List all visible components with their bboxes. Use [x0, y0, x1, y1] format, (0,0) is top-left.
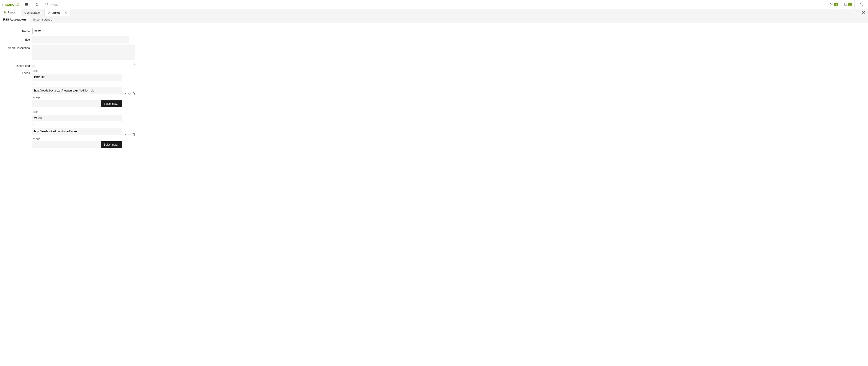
search-section [42, 0, 827, 9]
favorite-button[interactable] [32, 0, 42, 9]
close-tab-button[interactable] [65, 11, 67, 15]
tab-feeds-label: Feeds [8, 11, 16, 14]
help-planet-feed[interactable]: ? [134, 63, 135, 65]
tasks-icon [830, 2, 834, 7]
close-icon [862, 11, 865, 15]
feed-title-label: Title [32, 69, 135, 73]
pencil-icon [48, 11, 51, 15]
tasks-badge: 0 [834, 3, 838, 6]
delete-button[interactable] [132, 92, 135, 96]
label-feeds: Feeds [0, 69, 32, 75]
user-icon [859, 2, 863, 7]
feed-image-input[interactable] [32, 141, 101, 148]
sub-tab-import-settings[interactable]: Import settings [30, 16, 55, 23]
chevron-up-icon [124, 133, 127, 137]
feed-url-input[interactable] [32, 128, 122, 135]
short-description-input[interactable] [32, 45, 135, 60]
feed-url-label: URL [32, 83, 135, 86]
star-icon [35, 2, 39, 7]
tab-editing-news[interactable]: /news [45, 9, 70, 16]
tab-configuration[interactable]: Configuration [21, 9, 45, 16]
sub-tabs: RSS Aggregators Import settings [0, 16, 868, 23]
select-new-button[interactable]: Select new... [101, 101, 122, 107]
planet-feed-checkbox[interactable] [32, 64, 35, 67]
svg-point-6 [4, 13, 4, 13]
feed-item: Title URL Image Select new... [32, 110, 135, 148]
rss-icon [3, 11, 6, 15]
bell-icon [843, 2, 847, 7]
select-new-button[interactable]: Select new... [101, 141, 122, 148]
row-feeds: Feeds Title URL Image Select new... [0, 69, 868, 151]
feed-image-input[interactable] [32, 101, 101, 107]
form-area: Name Title ? Short Description Planet Fe… [0, 23, 868, 160]
tab-configuration-label: Configuration [24, 11, 41, 15]
tab-editing-label: /news [53, 11, 60, 15]
notifications-button[interactable]: 1 [841, 0, 854, 9]
label-short-description: Short Description [0, 45, 32, 50]
close-app-button[interactable] [859, 9, 868, 16]
sub-tab-rss-aggregators-label: RSS Aggregators [3, 18, 27, 21]
sub-tab-rss-aggregators[interactable]: RSS Aggregators [0, 16, 30, 23]
move-up-button[interactable] [124, 92, 127, 96]
apps-grid-icon [25, 3, 28, 6]
trash-icon [132, 92, 135, 96]
feed-title-input[interactable] [32, 115, 122, 121]
feed-url-label: URL [32, 123, 135, 126]
svg-point-5 [861, 3, 862, 4]
sub-tab-import-settings-label: Import settings [33, 18, 52, 21]
feed-title-input[interactable] [32, 74, 122, 81]
header-right: 0 1 [827, 0, 868, 9]
user-button[interactable] [854, 0, 868, 9]
top-header: magnolia• 0 1 [0, 0, 868, 9]
label-planet-feed: Planet Feed [0, 62, 32, 67]
chevron-up-icon [124, 92, 127, 96]
delete-button[interactable] [132, 133, 135, 137]
feed-image-label: Image [32, 137, 135, 140]
search-input[interactable] [51, 2, 119, 7]
apps-button[interactable] [22, 0, 32, 9]
tasks-button[interactable]: 0 [827, 0, 841, 9]
feed-image-label: Image [32, 96, 135, 99]
feed-item: Title URL Image Select new... [32, 69, 135, 107]
row-name: Name [0, 28, 868, 34]
notifications-badge: 1 [848, 3, 852, 6]
feed-controls [124, 133, 135, 137]
label-name: Name [0, 28, 32, 33]
row-planet-feed: Planet Feed ? [0, 62, 868, 67]
chevron-down-icon [128, 133, 131, 137]
label-title: Title [0, 36, 32, 41]
trash-icon [132, 133, 135, 137]
search-icon [45, 2, 49, 7]
name-input[interactable] [32, 28, 135, 34]
tab-feeds[interactable]: Feeds [0, 9, 21, 16]
feed-controls [124, 92, 135, 96]
help-title[interactable]: ? [134, 36, 135, 39]
move-up-button[interactable] [124, 133, 127, 137]
close-icon [65, 11, 67, 15]
move-down-button[interactable] [128, 133, 131, 137]
title-input[interactable] [32, 36, 129, 43]
feed-url-input[interactable] [32, 87, 122, 94]
row-short-description: Short Description [0, 45, 868, 60]
feed-title-label: Title [32, 110, 135, 113]
svg-line-2 [47, 5, 48, 5]
row-title: Title ? [0, 36, 868, 43]
svg-point-1 [45, 3, 48, 5]
svg-marker-0 [35, 2, 39, 6]
logo: magnolia• [2, 2, 19, 7]
chevron-down-icon [128, 92, 131, 96]
move-down-button[interactable] [128, 92, 131, 96]
logo-section: magnolia• [0, 0, 22, 9]
app-tabs: Feeds Configuration /news [0, 9, 868, 16]
